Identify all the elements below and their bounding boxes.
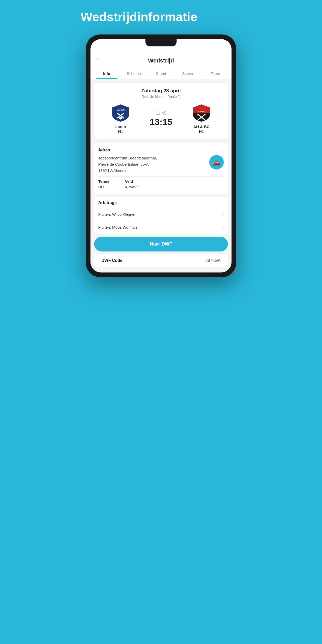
tab-info[interactable]: Info	[93, 68, 120, 79]
navigate-button[interactable]: 🚗	[209, 155, 224, 170]
chevron-icon-2: ›	[222, 225, 224, 230]
dwf-code-label: DWF Code:	[101, 258, 124, 263]
tab-stand[interactable]: Stand	[148, 68, 175, 79]
divider	[98, 176, 224, 177]
tab-bar: Info Schema Stand Scores Team	[90, 68, 232, 79]
kickoff-time: 11:45	[156, 111, 167, 116]
address-section: Adres Topsportcentrum Breedtesporthal, P…	[94, 143, 228, 194]
car-icon: 🚗	[213, 159, 220, 166]
score-block: 11:45 13:15	[150, 111, 172, 127]
ahbc-logo: ah&bc	[192, 103, 211, 122]
tenue-veld-row: Tenue UIT Veld 4, water	[98, 179, 224, 189]
away-team-name: AH & BC H1	[193, 124, 210, 134]
svg-text:LAREN: LAREN	[117, 109, 125, 111]
dwf-section: Naar DWF	[94, 237, 228, 254]
svg-point-3	[119, 117, 122, 120]
match-league: Res. 4e klasse, Poule D	[98, 95, 224, 99]
veld-label: Veld	[125, 179, 139, 184]
dwf-code-value: 3876GA	[205, 258, 221, 263]
dwf-code-row: DWF Code: 3876GA	[94, 254, 228, 267]
phone-screen: ← Wedstrijd Info Schema Stand Scores Tea…	[90, 39, 232, 272]
chevron-icon-1: ›	[222, 212, 224, 217]
address-row: Topsportcentrum Breedtesporthal, Pierre …	[98, 155, 224, 174]
arbitrage-item-2[interactable]: Fluiten: Moos Wolthuis ›	[98, 221, 224, 234]
arbitrage-section: Arbitrage Fluiten: Wilco Kleijnen › Flui…	[94, 197, 228, 234]
phone-notch	[145, 39, 177, 46]
match-date: Zaterdag 28 april	[98, 88, 224, 94]
match-teams: LAREN Laren H1 11:45 13:15	[98, 103, 224, 134]
tenue-value: UIT	[98, 185, 109, 189]
page-title: Wedstrijdinformatie	[81, 10, 241, 24]
screen-title: Wedstrijd	[148, 55, 174, 68]
home-team-block: LAREN Laren H1	[105, 103, 136, 134]
tab-schema[interactable]: Schema	[120, 68, 148, 79]
arbitrage-item-1[interactable]: Fluiten: Wilco Kleijnen ›	[98, 208, 224, 221]
veld-group: Veld 4, water	[125, 179, 139, 189]
tab-team[interactable]: Team	[202, 68, 229, 79]
tenue-group: Tenue UIT	[98, 179, 109, 189]
dwf-button[interactable]: Naar DWF	[94, 237, 228, 251]
match-card: Zaterdag 28 april Res. 4e klasse, Poule …	[94, 83, 228, 139]
phone-frame: ← Wedstrijd Info Schema Stand Scores Tea…	[86, 34, 236, 277]
arbitrage-name-1: Fluiten: Wilco Kleijnen	[98, 212, 137, 216]
away-team-block: ah&bc AH & BC H1	[186, 103, 217, 134]
match-score: 13:15	[150, 117, 172, 127]
address-label: Adres	[98, 148, 224, 152]
back-button[interactable]: ←	[96, 55, 102, 63]
veld-value: 4, water	[125, 185, 139, 189]
arbitrage-name-2: Fluiten: Moos Wolthuis	[98, 225, 137, 229]
address-text: Topsportcentrum Breedtesporthal, Pierre …	[98, 155, 157, 174]
svg-text:ah&bc: ah&bc	[198, 110, 205, 113]
laren-logo: LAREN	[111, 103, 130, 122]
home-team-name: Laren H1	[115, 124, 126, 134]
tab-scores[interactable]: Scores	[174, 68, 202, 79]
tenue-label: Tenue	[98, 179, 109, 184]
arbitrage-title: Arbitrage	[98, 200, 224, 205]
